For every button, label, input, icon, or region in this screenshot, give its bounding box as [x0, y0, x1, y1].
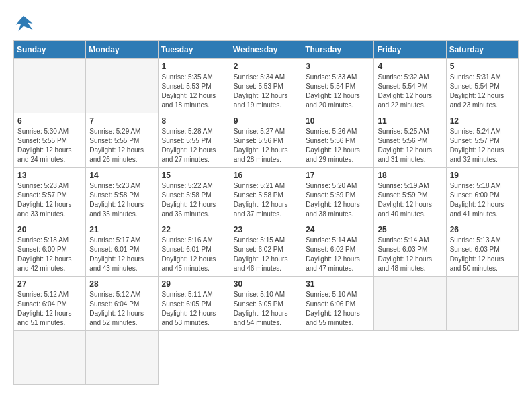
day-info: Sunrise: 5:12 AMSunset: 6:04 PMDaylight:…	[17, 290, 82, 328]
day-number: 5	[450, 62, 515, 71]
day-info: Sunrise: 5:12 AMSunset: 6:04 PMDaylight:…	[89, 290, 154, 328]
day-number: 11	[378, 116, 442, 126]
day-info: Sunrise: 5:17 AMSunset: 6:01 PMDaylight:…	[89, 236, 154, 273]
calendar-day: 20Sunrise: 5:18 AMSunset: 6:00 PMDayligh…	[14, 222, 86, 277]
day-number: 7	[89, 116, 154, 126]
day-info: Sunrise: 5:23 AMSunset: 5:58 PMDaylight:…	[89, 181, 154, 219]
day-info: Sunrise: 5:21 AMSunset: 5:58 PMDaylight:…	[234, 181, 298, 219]
day-info: Sunrise: 5:13 AMSunset: 6:03 PMDaylight:…	[450, 236, 515, 273]
day-info: Sunrise: 5:22 AMSunset: 5:58 PMDaylight:…	[162, 181, 226, 219]
day-info: Sunrise: 5:31 AMSunset: 5:54 PMDaylight:…	[450, 73, 515, 110]
calendar-day: 3Sunrise: 5:33 AMSunset: 5:54 PMDaylight…	[302, 59, 374, 113]
calendar-day: 1Sunrise: 5:35 AMSunset: 5:53 PMDaylight…	[158, 59, 230, 113]
weekday-header-saturday: Saturday	[446, 41, 518, 59]
day-number: 3	[306, 62, 370, 71]
day-number: 10	[306, 116, 370, 126]
day-number: 13	[17, 171, 82, 180]
day-info: Sunrise: 5:16 AMSunset: 6:01 PMDaylight:…	[162, 236, 226, 273]
day-info: Sunrise: 5:34 AMSunset: 5:53 PMDaylight:…	[234, 73, 298, 110]
calendar-day	[86, 331, 158, 385]
day-info: Sunrise: 5:20 AMSunset: 5:59 PMDaylight:…	[306, 181, 370, 219]
day-info: Sunrise: 5:14 AMSunset: 6:02 PMDaylight:…	[306, 236, 370, 273]
svg-marker-0	[16, 16, 33, 32]
calendar-day: 24Sunrise: 5:14 AMSunset: 6:02 PMDayligh…	[302, 222, 374, 277]
calendar-day: 10Sunrise: 5:26 AMSunset: 5:56 PMDayligh…	[302, 113, 374, 168]
day-number: 26	[450, 225, 515, 234]
calendar-day: 12Sunrise: 5:24 AMSunset: 5:57 PMDayligh…	[446, 113, 518, 168]
day-info: Sunrise: 5:32 AMSunset: 5:54 PMDaylight:…	[378, 73, 442, 110]
calendar-day: 27Sunrise: 5:12 AMSunset: 6:04 PMDayligh…	[14, 277, 86, 331]
calendar-week-row: 13Sunrise: 5:23 AMSunset: 5:57 PMDayligh…	[14, 168, 519, 222]
calendar-day	[14, 59, 86, 113]
day-number: 31	[306, 279, 370, 289]
calendar-day: 15Sunrise: 5:22 AMSunset: 5:58 PMDayligh…	[158, 168, 230, 222]
calendar-day: 5Sunrise: 5:31 AMSunset: 5:54 PMDaylight…	[446, 59, 518, 113]
weekday-header-row: SundayMondayTuesdayWednesdayThursdayFrid…	[14, 41, 519, 59]
day-number: 1	[162, 62, 226, 71]
day-info: Sunrise: 5:29 AMSunset: 5:55 PMDaylight:…	[89, 127, 154, 165]
calendar-day: 30Sunrise: 5:10 AMSunset: 6:05 PMDayligh…	[230, 277, 302, 331]
day-number: 15	[162, 171, 226, 180]
day-number: 16	[234, 171, 298, 180]
calendar-day: 16Sunrise: 5:21 AMSunset: 5:58 PMDayligh…	[230, 168, 302, 222]
day-info: Sunrise: 5:30 AMSunset: 5:55 PMDaylight:…	[17, 127, 82, 165]
day-info: Sunrise: 5:15 AMSunset: 6:02 PMDaylight:…	[234, 236, 298, 273]
calendar-day: 31Sunrise: 5:10 AMSunset: 6:06 PMDayligh…	[302, 277, 374, 331]
logo-bird-icon	[13, 13, 34, 34]
logo	[13, 13, 36, 34]
day-info: Sunrise: 5:19 AMSunset: 5:59 PMDaylight:…	[378, 181, 442, 219]
day-number: 21	[89, 225, 154, 234]
calendar-week-row: 20Sunrise: 5:18 AMSunset: 6:00 PMDayligh…	[14, 222, 519, 277]
day-number: 17	[306, 171, 370, 180]
calendar-week-row	[14, 331, 519, 385]
calendar-day: 8Sunrise: 5:28 AMSunset: 5:55 PMDaylight…	[158, 113, 230, 168]
day-number: 4	[378, 62, 442, 71]
day-number: 14	[89, 171, 154, 180]
calendar-day: 4Sunrise: 5:32 AMSunset: 5:54 PMDaylight…	[374, 59, 446, 113]
day-number: 9	[234, 116, 298, 126]
calendar-day: 23Sunrise: 5:15 AMSunset: 6:02 PMDayligh…	[230, 222, 302, 277]
day-number: 22	[162, 225, 226, 234]
calendar-table: SundayMondayTuesdayWednesdayThursdayFrid…	[13, 40, 519, 385]
day-number: 23	[234, 225, 298, 234]
day-info: Sunrise: 5:23 AMSunset: 5:57 PMDaylight:…	[17, 181, 82, 219]
calendar-day: 25Sunrise: 5:14 AMSunset: 6:03 PMDayligh…	[374, 222, 446, 277]
calendar-day: 9Sunrise: 5:27 AMSunset: 5:56 PMDaylight…	[230, 113, 302, 168]
calendar-day: 18Sunrise: 5:19 AMSunset: 5:59 PMDayligh…	[374, 168, 446, 222]
calendar-day	[446, 277, 518, 331]
weekday-header-tuesday: Tuesday	[158, 41, 230, 59]
calendar-day: 29Sunrise: 5:11 AMSunset: 6:05 PMDayligh…	[158, 277, 230, 331]
day-number: 8	[162, 116, 226, 126]
day-info: Sunrise: 5:27 AMSunset: 5:56 PMDaylight:…	[234, 127, 298, 165]
weekday-header-monday: Monday	[86, 41, 158, 59]
calendar-day	[14, 331, 86, 385]
day-info: Sunrise: 5:11 AMSunset: 6:05 PMDaylight:…	[162, 290, 226, 328]
calendar-day	[86, 59, 158, 113]
calendar-week-row: 27Sunrise: 5:12 AMSunset: 6:04 PMDayligh…	[14, 277, 519, 331]
calendar-week-row: 6Sunrise: 5:30 AMSunset: 5:55 PMDaylight…	[14, 113, 519, 168]
calendar-day: 26Sunrise: 5:13 AMSunset: 6:03 PMDayligh…	[446, 222, 518, 277]
day-info: Sunrise: 5:14 AMSunset: 6:03 PMDaylight:…	[378, 236, 442, 273]
calendar-day: 17Sunrise: 5:20 AMSunset: 5:59 PMDayligh…	[302, 168, 374, 222]
day-number: 27	[17, 279, 82, 289]
weekday-header-thursday: Thursday	[302, 41, 374, 59]
day-number: 2	[234, 62, 298, 71]
day-info: Sunrise: 5:24 AMSunset: 5:57 PMDaylight:…	[450, 127, 515, 165]
weekday-header-sunday: Sunday	[14, 41, 86, 59]
page-header	[13, 13, 519, 34]
calendar-day: 6Sunrise: 5:30 AMSunset: 5:55 PMDaylight…	[14, 113, 86, 168]
weekday-header-wednesday: Wednesday	[230, 41, 302, 59]
calendar-day: 2Sunrise: 5:34 AMSunset: 5:53 PMDaylight…	[230, 59, 302, 113]
day-info: Sunrise: 5:18 AMSunset: 6:00 PMDaylight:…	[450, 181, 515, 219]
calendar-day: 21Sunrise: 5:17 AMSunset: 6:01 PMDayligh…	[86, 222, 158, 277]
day-info: Sunrise: 5:25 AMSunset: 5:56 PMDaylight:…	[378, 127, 442, 165]
day-number: 30	[234, 279, 298, 289]
weekday-header-friday: Friday	[374, 41, 446, 59]
calendar-day: 14Sunrise: 5:23 AMSunset: 5:58 PMDayligh…	[86, 168, 158, 222]
day-number: 19	[450, 171, 515, 180]
day-number: 24	[306, 225, 370, 234]
day-info: Sunrise: 5:18 AMSunset: 6:00 PMDaylight:…	[17, 236, 82, 273]
calendar-day: 22Sunrise: 5:16 AMSunset: 6:01 PMDayligh…	[158, 222, 230, 277]
calendar-day	[374, 277, 446, 331]
day-info: Sunrise: 5:33 AMSunset: 5:54 PMDaylight:…	[306, 73, 370, 110]
